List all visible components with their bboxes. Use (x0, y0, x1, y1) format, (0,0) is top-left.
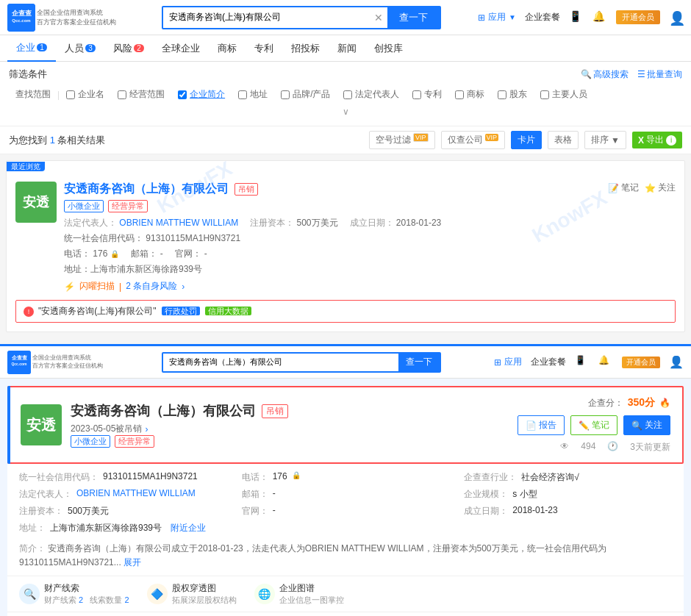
app-menu[interactable]: ⊞ 应用 ▼ (478, 11, 516, 24)
right-arrow-icon-2: › (145, 424, 148, 434)
empty-filter-btn[interactable]: 空号过滤 VIP (369, 131, 435, 149)
filter-shareholder-checkbox[interactable] (498, 90, 506, 99)
filter-legal-checkbox[interactable] (343, 90, 352, 99)
search-button-2[interactable]: 查一下 (398, 354, 440, 371)
results-count: 为您找到 1 条相关结果 (9, 134, 105, 147)
enterprise-set-2[interactable]: 企业套餐 (531, 356, 566, 368)
detail-section: 安透 安透商务咨询（上海）有限公司 吊销 2023-05-05被吊销 › 小微企… (7, 386, 684, 464)
filter-trademark-checkbox[interactable] (455, 90, 464, 99)
logo-icon-2[interactable]: 企查查 Qcc.com (7, 351, 31, 374)
company-details: 法定代表人： OBRIEN MATTHEW WILLIAM 注册资本： 500万… (64, 217, 601, 229)
mobile-icon[interactable]: 📱 (569, 10, 584, 25)
bell-icon-2[interactable]: 🔔 (598, 355, 613, 370)
filter-address-checkbox[interactable] (238, 90, 247, 99)
logo-area-2: 企查查 Qcc.com 全国企业信用查询系统百方官方客案企业征信机构 (7, 351, 154, 374)
expand-link[interactable]: 展开 (123, 557, 141, 567)
vip-button-2[interactable]: 开通会员 (622, 357, 660, 368)
company-name[interactable]: 安透商务咨询（上海）有限公司 (64, 182, 229, 197)
filter-shareholder[interactable]: 股东 (491, 85, 534, 104)
search-bar: 安透商务咨询(上海)有限公司 ✕ 查一下 (162, 6, 441, 29)
app-menu-2[interactable]: ⊞ 应用 (494, 356, 522, 368)
filter-name-checkbox[interactable] (66, 90, 75, 99)
vip-button[interactable]: 开通会员 (616, 10, 660, 24)
advanced-search-link[interactable]: 🔍 高级搜索 (581, 68, 629, 81)
score-row: 企查分： 350分 🔥 (588, 396, 670, 409)
tab-global[interactable]: 全球企业 (153, 35, 209, 62)
header-right: ⊞ 应用 ▼ 企业套餐 📱 🔔 开通会员 👤 (478, 10, 684, 25)
search-button[interactable]: 查一下 (387, 7, 440, 28)
detail-tags: 小微企业 经营异常 (71, 435, 288, 448)
detail-date: 2023-05-05被吊销 › (71, 423, 288, 435)
tab-investment[interactable]: 创投库 (365, 35, 412, 62)
tool-graph[interactable]: 🌐 企业图谱 企业信息一图掌控 (254, 582, 344, 606)
svg-rect-0 (7, 4, 35, 32)
grid-icon-2: ⊞ (494, 357, 501, 368)
tab-people[interactable]: 人员 3 (56, 35, 104, 62)
vip-tag-only: VIP (485, 134, 499, 141)
filter-address[interactable]: 地址 (232, 85, 274, 104)
enterprise-set[interactable]: 企业套餐 (525, 11, 560, 24)
table-view-btn[interactable]: 表格 (548, 131, 579, 149)
registered-capital: 注册资本： 500万美元 (250, 217, 337, 229)
established-date: 成立日期： 2018-01-23 (350, 217, 442, 229)
tool-equity[interactable]: 🔷 股权穿透图 拓展深层股权结构 (147, 582, 237, 606)
tab-enterprise[interactable]: 企业 1 (7, 35, 56, 62)
detail-tag-abnormal: 经营异常 (115, 435, 154, 448)
tab-bidding[interactable]: 招投标 (282, 35, 329, 62)
second-header: 企查查 Qcc.com 全国企业信用查询系统百方官方客案企业征信机构 安透商务咨… (0, 346, 691, 379)
filter-trademark[interactable]: 商标 (448, 85, 491, 104)
filter-legal[interactable]: 法定代表人 (337, 85, 406, 104)
company-logo: 安透 (15, 182, 57, 223)
alert-text: "安透商务咨询(上海)有限公司" 行政处罚 信用大数据 (38, 305, 251, 318)
filter-brand-checkbox[interactable] (281, 90, 290, 99)
follow-btn-2[interactable]: 🔍 关注 (623, 415, 670, 435)
tab-patent[interactable]: 专利 (246, 35, 282, 62)
filter-expand[interactable]: ∨ (9, 104, 682, 120)
filter-personnel[interactable]: 主要人员 (534, 85, 594, 104)
follow-btn[interactable]: ⭐ 关注 (645, 182, 676, 194)
note-btn[interactable]: 📝 笔记 (608, 182, 639, 194)
logo-icon[interactable]: 企查查 Qcc.com (7, 4, 35, 32)
search-clear-icon[interactable]: ✕ (370, 12, 387, 24)
tab-risk[interactable]: 风险 2 (104, 35, 153, 62)
results-tools: 空号过滤 VIP 仅查公司 VIP 卡片 表格 排序 ▼ X 导出 i (369, 131, 682, 149)
filter-personnel-checkbox[interactable] (540, 90, 549, 99)
filter-brand[interactable]: 品牌/产品 (274, 85, 337, 104)
header-right-2: ⊞ 应用 企业套餐 📱 🔔 开通会员 👤 (494, 355, 684, 370)
filter-name[interactable]: 企业名 (60, 85, 111, 104)
filter-range[interactable]: 查找范围 (9, 85, 57, 104)
search-input-2[interactable]: 安透商务咨询（上海）有限公司 (163, 354, 398, 371)
sort-btn[interactable]: 排序 ▼ (584, 131, 626, 149)
tab-trademark[interactable]: 商标 (209, 35, 246, 62)
filter-patent[interactable]: 专利 (406, 85, 448, 104)
search-bar-2: 安透商务咨询（上海）有限公司 查一下 (162, 352, 441, 373)
company-card: KnowFX KnowFX 最近浏览 安透 安透商务咨询（上海）有限公司 吊销 … (6, 160, 685, 332)
detail-company-name[interactable]: 安透商务咨询（上海）有限公司 (71, 402, 256, 420)
filter-profile[interactable]: 企业简介 (171, 85, 232, 104)
company-address: 地址：上海市浦东新区海徐路939号 (64, 263, 601, 276)
note-btn-2[interactable]: ✏️ 笔记 (570, 415, 617, 435)
card-view-btn[interactable]: 卡片 (511, 131, 542, 149)
search-input[interactable]: 安透商务咨询(上海)有限公司 (163, 7, 370, 28)
filter-profile-checkbox[interactable] (178, 90, 187, 99)
detail-tag-small: 小微企业 (71, 435, 110, 448)
nav-tabs: 企业 1 人员 3 风险 2 全球企业 商标 专利 招投标 新闻 创投库 (0, 35, 691, 62)
filter-business-checkbox[interactable] (118, 90, 126, 99)
mobile-icon-2[interactable]: 📱 (575, 355, 590, 370)
report-btn[interactable]: 📄 报告 (518, 415, 565, 435)
avatar-icon[interactable]: 👤 (669, 10, 684, 25)
equity-icon: 🔷 (147, 584, 168, 604)
bell-icon[interactable]: 🔔 (592, 10, 607, 25)
batch-query-link[interactable]: ☰ 批量查询 (637, 68, 682, 81)
search-icon: 🔍 (581, 69, 592, 79)
filter-business[interactable]: 经营范围 (111, 85, 171, 104)
only-company-btn[interactable]: 仅查公司 VIP (441, 131, 506, 149)
filter-row: 查找范围 | 企业名 经营范围 企业简介 地址 品牌/产品 法定代表人 (9, 85, 682, 104)
export-btn[interactable]: X 导出 i (632, 132, 682, 148)
tab-news[interactable]: 新闻 (329, 35, 365, 62)
filter-patent-checkbox[interactable] (412, 90, 421, 99)
tag-small: 小微企业 (64, 200, 104, 212)
risk-scan-link[interactable]: ⚡ 闪曜扫描 | 2 条自身风险 › (64, 280, 601, 293)
avatar-icon-2[interactable]: 👤 (669, 355, 684, 369)
tool-property[interactable]: 🔍 财产线索 财产线索 2 线索数量 2 (19, 582, 129, 606)
